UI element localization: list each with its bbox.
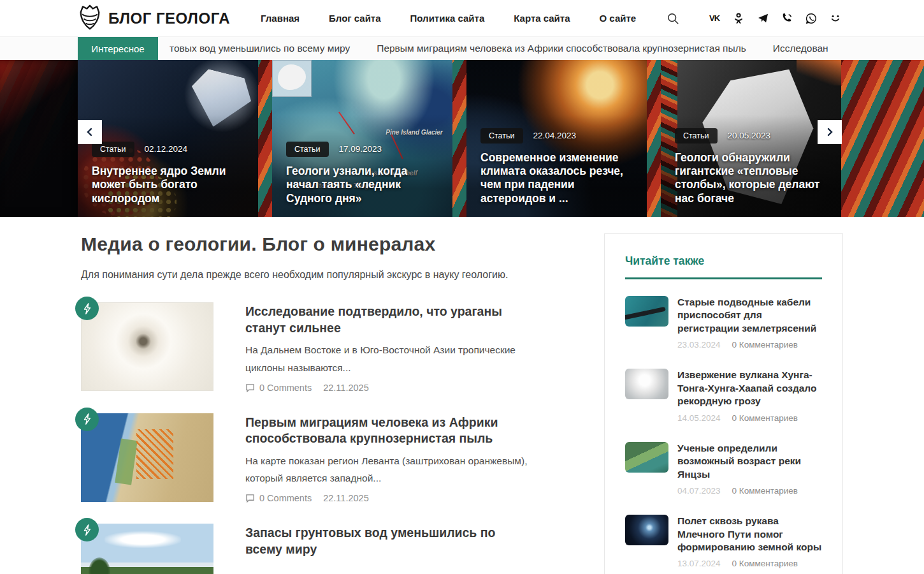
slide-title[interactable]: Современное изменение климата оказалось … <box>480 151 633 205</box>
sidebar-item-date: 04.07.2023 <box>677 486 721 496</box>
sidebar-item-comments: 0 Комментариев <box>732 413 798 423</box>
landscape-image <box>81 524 213 574</box>
nav-blog[interactable]: Блог сайта <box>329 13 380 24</box>
sidebar-item-meta: 13.07.2024 0 Комментариев <box>677 559 822 568</box>
sidebar-divider <box>625 277 822 279</box>
sidebar-item[interactable]: Полет сквозь рукава Млечного Пути помог … <box>625 515 822 568</box>
sidebar-item-comments: 0 Комментариев <box>732 486 798 496</box>
carousel-slide-3[interactable]: Статьи 22.04.2023 Современное изменение … <box>466 60 647 217</box>
carousel-next-button[interactable] <box>818 120 842 144</box>
sidebar-item-meta: 23.03.2024 0 Комментариев <box>677 340 822 350</box>
page-title: Медиа о геологии. Блог о минералах <box>81 233 581 255</box>
comments-count: 0 Comments <box>259 493 312 503</box>
sidebar-item-date: 14.05.2024 <box>677 413 721 423</box>
search-icon[interactable] <box>667 12 679 25</box>
category-badge[interactable]: Статьи <box>480 128 523 144</box>
category-badge[interactable]: Статьи <box>675 128 718 144</box>
slide-title[interactable]: Внутреннее ядро Земли может быть богато … <box>92 165 244 205</box>
ticker-items: товых вод уменьшились по всему миру Перв… <box>170 37 844 60</box>
post-thumbnail[interactable] <box>81 413 213 502</box>
slide-title[interactable]: Геологи узнали, когда начал таять «ледни… <box>286 165 438 205</box>
carousel-slide-1[interactable]: Статьи 02.12.2024 Внутреннее ядро Земли … <box>78 60 258 217</box>
river-thumb <box>625 442 668 473</box>
odnoklassniki-icon[interactable] <box>732 11 746 26</box>
nav-about[interactable]: О сайте <box>600 13 637 24</box>
post-thumbnail[interactable] <box>81 302 213 391</box>
sidebar-heading: Читайте также <box>625 254 822 268</box>
hurricane-image <box>81 302 213 391</box>
news-ticker: Интересное товых вод уменьшились по всем… <box>0 36 924 60</box>
post-excerpt: На Дальнем Востоке и в Юго-Восточной Ази… <box>245 341 545 376</box>
sidebar-item[interactable]: Извержение вулкана Хунга-Тонга-Хунга-Хаа… <box>625 369 822 422</box>
gem-logo-icon <box>78 4 102 33</box>
post-excerpt: На карте показан регион Леванта (заштрих… <box>245 452 545 487</box>
nav-policy[interactable]: Политика сайта <box>410 13 485 24</box>
sidebar-item-meta: 04.07.2023 0 Комментариев <box>677 486 822 496</box>
comments-count: 0 Comments <box>259 383 312 393</box>
content-area: Медиа о геологии. Блог о минералах Для п… <box>81 217 843 574</box>
sidebar-item-date: 13.07.2024 <box>677 559 721 568</box>
cloud-shape <box>105 531 181 548</box>
post-item: Первым миграциям человека из Африки спос… <box>81 413 581 504</box>
slide-title[interactable]: Геологи обнаружили гигантские «тепловые … <box>675 151 827 205</box>
telegram-icon[interactable] <box>756 11 770 26</box>
comments-link[interactable]: 0 Comments <box>245 383 312 393</box>
ticker-item[interactable]: Исследован <box>773 43 828 54</box>
post-date: 22.11.2025 <box>323 493 369 503</box>
flash-badge <box>75 297 99 320</box>
sidebar-item-title[interactable]: Ученые определили возможный возраст реки… <box>677 442 822 481</box>
nav-home[interactable]: Главная <box>261 13 300 24</box>
post-title[interactable]: Запасы грунтовых вод уменьшились по всем… <box>245 525 532 557</box>
sidebar-item[interactable]: Старые подводные кабели приспособят для … <box>625 296 822 350</box>
post-meta: 0 Comments 22.11.2025 <box>245 493 545 503</box>
sidebar-item-comments: 0 Комментариев <box>732 340 798 350</box>
post-title[interactable]: Исследование подтвердило, что ураганы ст… <box>245 304 532 336</box>
cable-thumb <box>625 296 668 327</box>
header: БЛОГ ГЕОЛОГА Главная Блог сайта Политика… <box>0 0 924 36</box>
map-green-area <box>115 439 137 485</box>
carousel-slide-4[interactable]: Статьи 20.05.2023 Геологи обнаружили гиг… <box>661 60 841 217</box>
vk-icon[interactable]: VK <box>707 11 721 26</box>
main-nav: Главная Блог сайта Политика сайта Карта … <box>261 13 636 24</box>
viber-icon[interactable] <box>780 11 794 26</box>
carousel-slide-2[interactable]: Pine Island Glacier Eastern Ice Shelf Th… <box>272 60 452 217</box>
sidebar-item-meta: 14.05.2024 0 Комментариев <box>677 413 822 423</box>
sidebar-item-title[interactable]: Старые подводные кабели приспособят для … <box>677 296 822 335</box>
dzen-smile-icon[interactable] <box>828 11 842 26</box>
map-hatched-area <box>136 429 173 479</box>
carousel-edge-slide <box>0 60 78 217</box>
post-title[interactable]: Первым миграциям человека из Африки спос… <box>245 415 532 447</box>
site-title: БЛОГ ГЕОЛОГА <box>108 10 230 27</box>
main-column: Медиа о геологии. Блог о минералах Для п… <box>81 233 581 574</box>
carousel-prev-button[interactable] <box>78 120 102 144</box>
volcano-thumb <box>625 369 668 399</box>
slide-date: 02.12.2024 <box>145 144 188 154</box>
post-meta: 0 Comments 22.11.2025 <box>245 383 545 393</box>
post-item: Запасы грунтовых вод уменьшились по всем… <box>81 524 581 574</box>
flash-badge <box>75 408 99 431</box>
ticker-label: Интересное <box>78 37 158 60</box>
intro-text: Для понимания сути дела прежде всего нео… <box>81 269 581 281</box>
nav-sitemap[interactable]: Карта сайта <box>514 13 570 24</box>
slide-date: 22.04.2023 <box>533 131 577 140</box>
slide-caption: Статьи 22.04.2023 Современное изменение … <box>466 119 647 217</box>
ticker-item[interactable]: Первым миграциям человека из Африки спос… <box>377 43 746 54</box>
space-thumb <box>625 515 668 545</box>
sidebar-item[interactable]: Ученые определили возможный возраст реки… <box>625 442 822 496</box>
slide-date: 17.09.2023 <box>339 144 382 154</box>
tree-shape <box>89 557 110 574</box>
post-thumbnail[interactable] <box>81 524 213 574</box>
slide-caption: Статьи 17.09.2023 Геологи узнали, когда … <box>272 133 452 217</box>
levant-map-image <box>81 413 213 502</box>
comments-link[interactable]: 0 Comments <box>245 493 312 503</box>
post-item: Исследование подтвердило, что ураганы ст… <box>81 302 581 393</box>
sidebar-item-title[interactable]: Извержение вулкана Хунга-Тонга-Хунга-Хаа… <box>677 369 822 408</box>
featured-carousel: Статьи 02.12.2024 Внутреннее ядро Земли … <box>0 60 924 217</box>
site-logo[interactable]: БЛОГ ГЕОЛОГА <box>78 4 230 33</box>
slide-caption: Статьи 20.05.2023 Геологи обнаружили гиг… <box>661 119 841 217</box>
ticker-item[interactable]: товых вод уменьшились по всему миру <box>170 43 350 54</box>
sidebar-item-date: 23.03.2024 <box>677 340 721 350</box>
whatsapp-icon[interactable] <box>804 11 818 26</box>
sidebar-item-title[interactable]: Полет сквозь рукава Млечного Пути помог … <box>677 515 822 554</box>
category-badge[interactable]: Статьи <box>286 142 329 157</box>
